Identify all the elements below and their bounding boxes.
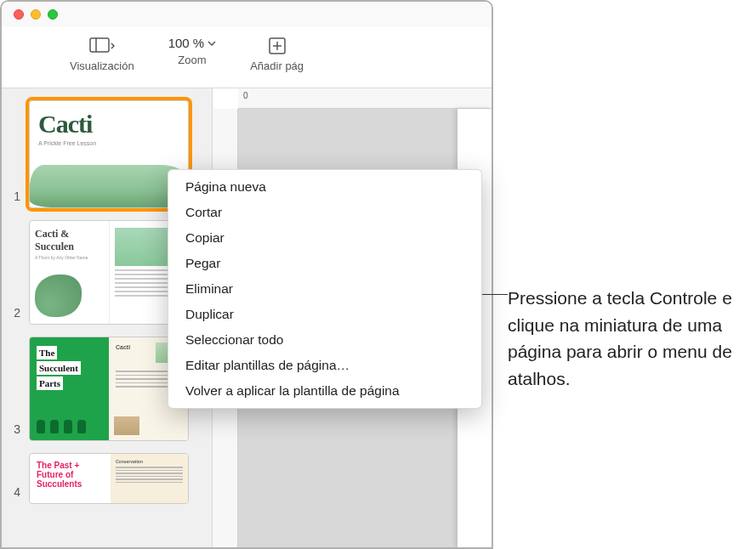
thumb3-cacti-icons <box>37 420 86 433</box>
menu-item-delete[interactable]: Eliminar <box>168 276 481 302</box>
thumb2-image <box>35 274 82 317</box>
menu-item-select-all[interactable]: Seleccionar todo <box>168 327 481 353</box>
thumb3-image-2 <box>114 416 139 435</box>
toolbar-view-label: Visualización <box>70 59 134 72</box>
thumbnail-page-1[interactable]: Cacti A Prickle Free Lesson <box>29 100 189 208</box>
window-close-button[interactable] <box>14 9 24 20</box>
thumbnail-page-3[interactable]: The Succulent Parts Cacti <box>29 337 189 441</box>
menu-item-copy[interactable]: Copiar <box>168 225 481 251</box>
window-minimize-button[interactable] <box>31 9 41 20</box>
toolbar-add-page-group[interactable]: Añadir pág <box>233 36 321 72</box>
thumb3-title-l3: Parts <box>37 376 63 390</box>
thumb1-title: Cacti <box>38 110 179 139</box>
menu-item-cut[interactable]: Cortar <box>168 200 481 225</box>
menu-item-new-page[interactable]: Página nueva <box>168 174 481 200</box>
thumbnail-number: 3 <box>10 422 20 436</box>
callout: Pressione a tecla Controle e clique na m… <box>508 285 746 392</box>
context-menu: Página nueva Cortar Copiar Pegar Elimina… <box>168 169 482 409</box>
thumb1-subtitle: A Prickle Free Lesson <box>38 140 179 146</box>
thumbnail-number: 1 <box>10 190 20 203</box>
window-maximize-button[interactable] <box>48 9 58 20</box>
thumbnail-row: 4 The Past + Future of Succulents Conser… <box>10 453 203 504</box>
view-icon <box>89 36 115 56</box>
add-page-icon <box>269 36 286 56</box>
toolbar-view-group[interactable]: Visualización <box>53 36 151 72</box>
thumb4-title: The Past + Future of Succulents <box>37 461 104 489</box>
thumbnail-page-2[interactable]: Cacti & Succulen A Thorn by Any Other Na… <box>29 220 189 325</box>
chevron-down-icon <box>207 41 216 46</box>
menu-item-paste[interactable]: Pegar <box>168 251 481 276</box>
thumbnail-number: 4 <box>10 485 20 499</box>
toolbar-add-page-label: Añadir pág <box>250 59 304 72</box>
thumb3-title-l2: Succulent <box>37 361 81 375</box>
thumbnail-page-4[interactable]: The Past + Future of Succulents Conserva… <box>29 453 189 504</box>
toolbar-zoom-group[interactable]: 100 % Zoom <box>151 36 234 66</box>
menu-item-edit-templates[interactable]: Editar plantillas de página… <box>168 353 481 378</box>
callout-line <box>482 294 508 295</box>
thumb1-image <box>30 165 188 207</box>
zoom-value: 100 % <box>168 36 205 50</box>
thumb4-right-heading: Conservation <box>116 459 183 464</box>
thumbnail-number: 2 <box>10 306 20 320</box>
callout-text: Pressione a tecla Controle e clique na m… <box>508 285 746 392</box>
toolbar-zoom-label: Zoom <box>178 54 206 66</box>
thumb2-subtitle: A Thorn by Any Other Name <box>35 255 104 260</box>
ruler-tick: 0 <box>243 91 248 100</box>
thumb2-title: Cacti & Succulen <box>35 228 104 253</box>
svg-rect-0 <box>90 38 109 52</box>
menu-item-duplicate[interactable]: Duplicar <box>168 302 481 327</box>
thumb4-text-lines <box>116 467 183 483</box>
menu-item-reapply-template[interactable]: Volver a aplicar la plantilla de página <box>168 378 481 404</box>
toolbar: Visualización 100 % Zoom Añadir pág <box>2 27 492 88</box>
titlebar <box>2 2 492 27</box>
thumb3-title-l1: The <box>37 346 57 359</box>
horizontal-ruler[interactable]: 0 <box>238 88 492 109</box>
